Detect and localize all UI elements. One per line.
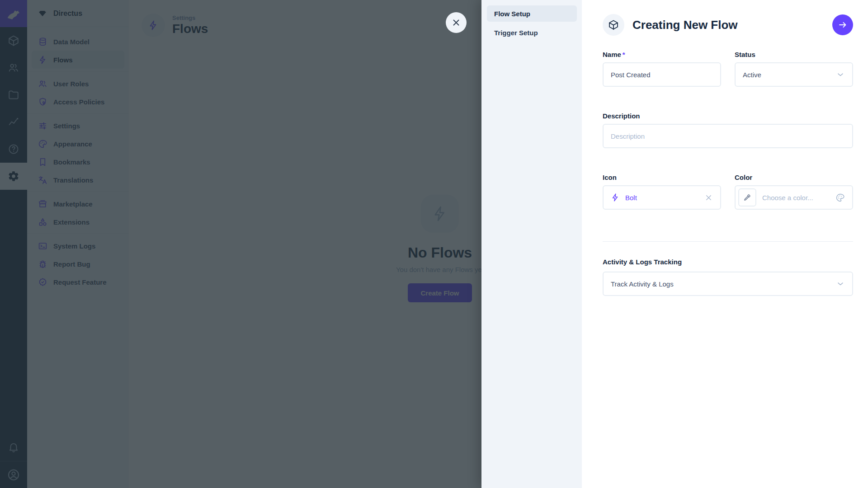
- create-flow-drawer: Flow Setup Trigger Setup Creating New Fl…: [481, 0, 868, 488]
- icon-select[interactable]: Bolt: [603, 185, 721, 210]
- arrow-right-icon: [838, 20, 848, 30]
- color-label: Color: [735, 174, 853, 181]
- drawer-nav-flow-setup[interactable]: Flow Setup: [487, 5, 577, 22]
- color-input-wrap: [735, 185, 853, 210]
- color-swatch-button[interactable]: [738, 188, 756, 206]
- name-input[interactable]: [611, 71, 713, 79]
- required-asterisk: *: [623, 51, 625, 58]
- drawer-nav: Flow Setup Trigger Setup: [481, 0, 582, 488]
- drawer-main: Creating New Flow Name* Status: [582, 0, 868, 488]
- color-input[interactable]: [762, 194, 835, 202]
- status-label: Status: [735, 51, 853, 58]
- description-input-wrap: [603, 124, 853, 148]
- drawer-close-button[interactable]: [446, 12, 467, 33]
- drawer-nav-trigger-setup[interactable]: Trigger Setup: [487, 24, 577, 41]
- tracking-section-label: Activity & Logs Tracking: [603, 258, 853, 266]
- drawer-box-icon: [603, 14, 624, 36]
- bolt-icon: [611, 193, 620, 202]
- status-select[interactable]: Active: [735, 62, 853, 87]
- eyedropper-icon: [743, 193, 751, 202]
- clear-icon[interactable]: [704, 193, 713, 202]
- chevron-down-icon: [836, 279, 845, 288]
- description-field: Description: [603, 112, 853, 148]
- color-field: Color: [735, 174, 853, 210]
- description-input[interactable]: [611, 132, 845, 140]
- directus-app: Directus Data Model Flows User Roles: [0, 0, 868, 488]
- tracking-select[interactable]: Track Activity & Logs: [603, 272, 853, 296]
- icon-label: Icon: [603, 174, 721, 181]
- name-field: Name*: [603, 51, 721, 87]
- palette-icon[interactable]: [835, 193, 845, 202]
- name-label: Name*: [603, 51, 721, 58]
- drawer-submit-button[interactable]: [832, 14, 853, 35]
- drawer-title: Creating New Flow: [632, 18, 738, 32]
- drawer-header: Creating New Flow: [603, 13, 853, 37]
- status-field: Status Active: [735, 51, 853, 87]
- description-label: Description: [603, 112, 853, 120]
- status-value: Active: [743, 71, 761, 79]
- icon-field: Icon Bolt: [603, 174, 721, 210]
- icon-value: Bolt: [625, 194, 637, 202]
- name-input-wrap: [603, 62, 721, 87]
- form-divider: [603, 241, 853, 242]
- chevron-down-icon: [836, 70, 845, 79]
- close-icon: [451, 18, 461, 28]
- tracking-value: Track Activity & Logs: [611, 280, 674, 288]
